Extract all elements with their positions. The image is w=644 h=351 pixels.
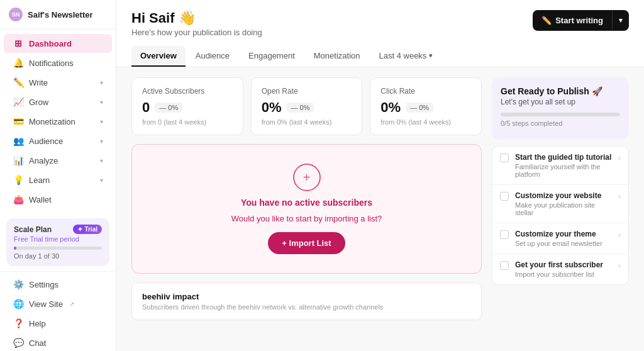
sidebar-item-analyze[interactable]: 📊 Analyze ▾ (4, 151, 112, 170)
sidebar-item-dashboard[interactable]: ⊞ Dashboard (4, 34, 112, 53)
analyze-icon: 📊 (13, 155, 24, 165)
sidebar-item-label: View Site (29, 299, 63, 309)
sidebar-item-label: Grow (29, 98, 48, 107)
brand-avatar: SN (9, 8, 23, 21)
plan-name: Scale Plan (14, 225, 52, 234)
sidebar-item-settings[interactable]: ⚙️ Settings (4, 275, 112, 294)
checkbox-customize-website[interactable] (500, 192, 509, 201)
impact-section: beehiiv impact Subscribers driven throug… (131, 282, 482, 320)
sidebar-item-label: Settings (29, 280, 58, 289)
brand-header[interactable]: SN Saif's Newsletter (0, 0, 116, 30)
stat-card-click-rate: Click Rate 0% — 0% from 0% (last 4 weeks… (370, 77, 482, 135)
dropdown-arrow-icon[interactable]: ▾ (612, 11, 629, 30)
chevron-down-icon: ▾ (100, 99, 103, 106)
brand-name: Saif's Newsletter (28, 10, 93, 20)
page-header: Hi Saif 👋 Here's how your publication is… (116, 0, 644, 67)
checklist-item-first-subscriber[interactable]: Get your first subscriber Import your su… (492, 254, 628, 284)
right-column: Get Ready to Publish 🚀 Let's get you all… (492, 77, 629, 341)
sidebar-item-monetization[interactable]: 💳 Monetization ▾ (4, 112, 112, 131)
chevron-down-icon: ▾ (429, 52, 433, 60)
main-content: Hi Saif 👋 Here's how your publication is… (116, 0, 644, 351)
impact-title: beehiiv impact (142, 292, 471, 301)
sidebar-item-notifications[interactable]: 🔔 Notifications (4, 53, 112, 72)
learn-icon: 💡 (13, 175, 24, 185)
checklist-item-sub: Familiarize yourself with the platform (515, 163, 612, 178)
checklist: Start the guided tip tutorial Familiariz… (492, 146, 629, 285)
sidebar-item-help[interactable]: ❓ Help (4, 314, 112, 333)
empty-state-card: + You have no active subscribers Would y… (131, 144, 482, 274)
tab-monetization[interactable]: Monetization (305, 46, 369, 67)
help-icon: ❓ (13, 318, 24, 328)
sidebar-item-label: Wallet (29, 195, 52, 204)
tab-last4weeks[interactable]: Last 4 weeks ▾ (370, 46, 442, 67)
stat-sub: from 0 (last 4 weeks) (142, 118, 233, 126)
monetization-icon: 💳 (13, 116, 24, 126)
tabs-bar: Overview Audience Engagement Monetizatio… (131, 46, 629, 67)
stat-change: — 0% (286, 103, 314, 113)
import-list-button[interactable]: + Import List (268, 232, 345, 254)
pencil-icon: ✏️ (541, 16, 552, 25)
notifications-icon: 🔔 (13, 58, 24, 68)
sidebar-item-wallet[interactable]: 👛 Wallet (4, 190, 112, 209)
sidebar-item-label: Learn (29, 176, 50, 185)
trial-text: Free Trial time period (14, 235, 102, 243)
chevron-right-icon: › (618, 192, 621, 200)
sidebar-item-view-site[interactable]: 🌐 View Site ↗ (4, 294, 112, 313)
plan-days: On day 1 of 30 (14, 252, 102, 260)
chevron-right-icon: › (618, 231, 621, 238)
tab-engagement[interactable]: Engagement (240, 46, 304, 67)
stat-change: — 0% (155, 103, 182, 113)
sidebar-item-label: Audience (29, 136, 63, 146)
checkbox-first-subscriber[interactable] (500, 261, 509, 270)
external-link-icon: ↗ (69, 301, 74, 308)
sidebar-item-label: Dashboard (29, 39, 72, 48)
plan-progress-bar (14, 247, 102, 250)
greeting-title: Hi Saif 👋 (131, 10, 262, 26)
plan-progress-fill (14, 247, 16, 250)
stat-label: Click Rate (380, 87, 471, 96)
checklist-item-customize-theme[interactable]: Customize your theme Set up your email n… (492, 223, 628, 254)
chat-icon: 💬 (13, 338, 24, 348)
impact-subtitle: Subscribers driven through the beehiiv n… (142, 303, 471, 311)
trial-badge: ✦ Trial (73, 225, 102, 234)
stat-label: Active Subscribers (142, 87, 233, 96)
checklist-item-sub: Set up your email newsletter (515, 240, 612, 247)
empty-subtitle: Would you like to start by importing a l… (231, 214, 382, 223)
checklist-item-sub: Import your subscriber list (515, 270, 612, 278)
chevron-down-icon: ▾ (100, 138, 103, 145)
sidebar-item-write[interactable]: ✏️ Write ▾ (4, 73, 112, 92)
checklist-item-sub: Make your publication site stellar (515, 201, 612, 216)
progress-track (501, 113, 620, 116)
stat-value: 0 (142, 99, 150, 116)
tab-audience[interactable]: Audience (187, 46, 238, 67)
dashboard-icon: ⊞ (13, 38, 24, 48)
wallet-icon: 👛 (13, 194, 24, 204)
chevron-right-icon: › (618, 154, 621, 162)
sidebar-item-label: Help (29, 319, 46, 328)
stat-card-subscribers: Active Subscribers 0 — 0% from 0 (last 4… (131, 77, 243, 135)
stat-value: 0% (262, 99, 282, 116)
tab-overview[interactable]: Overview (131, 46, 186, 67)
sidebar-item-label: Notifications (29, 58, 74, 68)
stat-change: — 0% (406, 103, 433, 113)
checklist-item-customize-website[interactable]: Customize your website Make your publica… (492, 185, 628, 223)
sidebar-bottom: ⚙️ Settings 🌐 View Site ↗ ❓ Help 💬 Chat (0, 271, 116, 351)
start-writing-label: Start writing (555, 16, 603, 25)
get-ready-card: Get Ready to Publish 🚀 Let's get you all… (492, 77, 629, 140)
checkbox-customize-theme[interactable] (500, 230, 509, 239)
checkbox-guided-tutorial[interactable] (500, 153, 509, 162)
checklist-item-guided-tutorial[interactable]: Start the guided tip tutorial Familiariz… (492, 147, 628, 185)
sidebar-item-audience[interactable]: 👥 Audience ▾ (4, 131, 112, 150)
sidebar-item-chat[interactable]: 💬 Chat (4, 333, 112, 351)
settings-icon: ⚙️ (13, 279, 24, 289)
sidebar-item-learn[interactable]: 💡 Learn ▾ (4, 170, 112, 189)
greeting-subtitle: Here's how your publication is doing (131, 28, 262, 37)
sidebar-item-grow[interactable]: 📈 Grow ▾ (4, 92, 112, 111)
chevron-down-icon: ▾ (100, 157, 103, 164)
sidebar: SN Saif's Newsletter ⊞ Dashboard 🔔 Notif… (0, 0, 116, 351)
greeting-block: Hi Saif 👋 Here's how your publication is… (131, 10, 262, 37)
sidebar-nav: ⊞ Dashboard 🔔 Notifications ✏️ Write ▾ 📈… (0, 30, 116, 213)
audience-icon: 👥 (13, 136, 24, 146)
get-ready-subtitle: Let's get you all set up (501, 98, 620, 106)
start-writing-button[interactable]: ✏️ Start writing ▾ (533, 10, 629, 31)
